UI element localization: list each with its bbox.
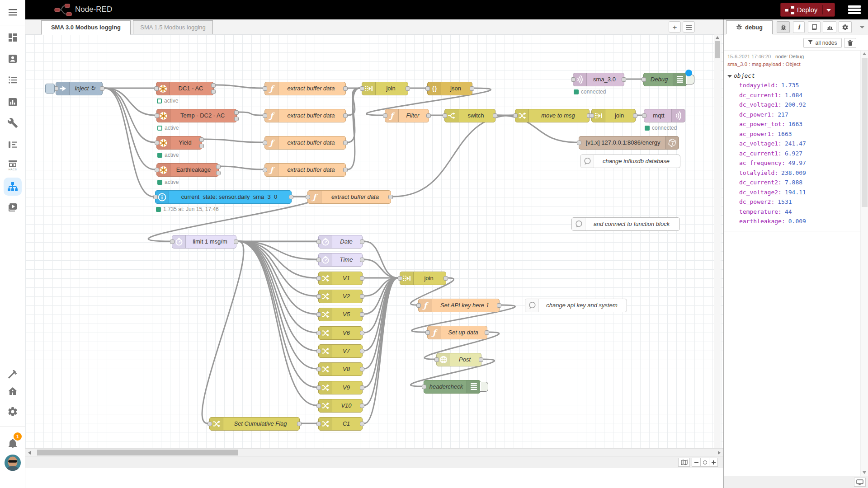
debug-scroll-down[interactable] bbox=[863, 471, 866, 474]
node-setapi[interactable]: ƒSet API key here 1 bbox=[418, 299, 500, 312]
input-port[interactable] bbox=[316, 367, 321, 371]
node-setup[interactable]: ƒSet up data bbox=[427, 326, 487, 339]
output-port[interactable] bbox=[360, 367, 364, 371]
scroll-up-arrow[interactable] bbox=[716, 36, 719, 39]
input-port[interactable] bbox=[577, 141, 581, 145]
sidebar-settings-button[interactable] bbox=[839, 21, 852, 33]
debug-filter-button[interactable]: all nodes bbox=[803, 38, 842, 48]
debug-enable-toggle[interactable] bbox=[480, 382, 488, 392]
node-sma30[interactable]: sma_3.0 bbox=[573, 73, 624, 86]
node-c1[interactable]: C1 bbox=[318, 417, 363, 431]
input-port[interactable] bbox=[316, 385, 321, 390]
input-port[interactable] bbox=[316, 349, 321, 353]
node-comment3[interactable]: change api key and system bbox=[525, 299, 627, 312]
node-comment2[interactable]: and connect to function block bbox=[571, 217, 680, 231]
zoom-in-button[interactable] bbox=[709, 458, 718, 467]
output-port[interactable] bbox=[297, 422, 302, 426]
node-ex1[interactable]: ƒextract buffer data bbox=[264, 82, 346, 95]
node-influx[interactable]: [v1.x] 127.0.0.1:8086/energy bbox=[579, 136, 679, 150]
v-scroll-thumb[interactable] bbox=[715, 41, 720, 58]
input-port[interactable] bbox=[434, 357, 439, 362]
input-port[interactable] bbox=[263, 113, 267, 118]
node-setcum[interactable]: Set Cumulative Flag bbox=[209, 417, 300, 431]
input-port[interactable] bbox=[383, 113, 387, 118]
input-port[interactable] bbox=[443, 113, 447, 118]
sidebar-item-settings[interactable] bbox=[7, 406, 18, 417]
output-port[interactable] bbox=[360, 331, 364, 335]
input-port[interactable] bbox=[263, 168, 267, 172]
node-v6[interactable]: V6 bbox=[318, 326, 363, 340]
output-port[interactable] bbox=[493, 113, 497, 118]
output-port-2[interactable] bbox=[216, 171, 221, 175]
debug-messages-button[interactable] bbox=[777, 21, 790, 33]
output-port-2[interactable] bbox=[199, 144, 204, 148]
nr-main-menu-icon[interactable] bbox=[848, 5, 861, 14]
input-port[interactable] bbox=[306, 195, 310, 199]
input-port[interactable] bbox=[398, 276, 402, 281]
node-post[interactable]: Post bbox=[436, 353, 481, 366]
input-port[interactable] bbox=[155, 113, 159, 118]
scroll-left-arrow[interactable] bbox=[28, 451, 31, 455]
output-port[interactable] bbox=[388, 195, 393, 199]
input-port[interactable] bbox=[316, 294, 321, 299]
node-filter[interactable]: ƒFilter bbox=[385, 109, 429, 122]
zoom-out-button[interactable] bbox=[692, 458, 701, 467]
node-date[interactable]: Date bbox=[318, 235, 363, 249]
input-port[interactable] bbox=[360, 86, 364, 91]
input-port[interactable] bbox=[642, 113, 646, 118]
debug-scroll-up[interactable] bbox=[863, 52, 866, 55]
node-temp[interactable]: Temp - DC2 - AC bbox=[156, 109, 237, 122]
node-earth[interactable]: Earthleakage bbox=[156, 163, 219, 177]
sidebar-item-media[interactable] bbox=[7, 202, 18, 213]
sidebar-item-logbook[interactable] bbox=[7, 139, 18, 150]
output-port[interactable] bbox=[497, 303, 501, 308]
input-port[interactable] bbox=[513, 113, 518, 118]
canvas-horizontal-scrollbar[interactable] bbox=[25, 448, 723, 456]
node-mqtt2[interactable]: mqtt bbox=[644, 109, 685, 122]
input-port[interactable] bbox=[425, 330, 430, 335]
workspace-tab-2[interactable]: SMA 1.5 Modbus logging bbox=[133, 20, 213, 34]
sidebar-item-node-red[interactable] bbox=[7, 181, 18, 192]
inject-trigger-button[interactable] bbox=[45, 84, 55, 94]
sidebar-item-todo-list[interactable] bbox=[7, 75, 18, 85]
sidebar-item-developer-tools[interactable] bbox=[7, 117, 18, 128]
dashboard-chart-button[interactable] bbox=[823, 21, 836, 33]
output-port[interactable] bbox=[360, 422, 364, 426]
output-port[interactable] bbox=[360, 312, 364, 317]
help-book-button[interactable] bbox=[808, 21, 821, 33]
output-port[interactable] bbox=[360, 258, 364, 262]
debug-message[interactable]: 15-6-2021 17:46:20node: Debug sma_3.0 : … bbox=[724, 51, 860, 231]
canvas-vertical-scrollbar[interactable] bbox=[714, 34, 721, 468]
input-port[interactable] bbox=[316, 239, 321, 244]
node-join1[interactable]: join bbox=[362, 82, 408, 95]
output-port[interactable] bbox=[360, 404, 364, 408]
node-ex2[interactable]: ƒextract buffer data bbox=[264, 109, 346, 122]
input-port[interactable] bbox=[263, 86, 267, 91]
output-port-1[interactable] bbox=[211, 83, 216, 88]
wires-layer[interactable] bbox=[25, 34, 717, 467]
input-port[interactable] bbox=[571, 77, 576, 82]
tab-debug[interactable]: debug bbox=[726, 20, 773, 34]
output-port[interactable] bbox=[622, 77, 626, 82]
node-ex5[interactable]: ƒextract buffer data bbox=[307, 190, 391, 204]
input-port[interactable] bbox=[425, 86, 430, 91]
input-port[interactable] bbox=[316, 331, 321, 335]
node-movemsg[interactable]: move to msg bbox=[515, 109, 590, 122]
node-v10[interactable]: V10 bbox=[318, 399, 363, 413]
sidebar-item-history[interactable] bbox=[7, 97, 18, 108]
input-port[interactable] bbox=[316, 258, 321, 262]
sidebar-tabs-caret[interactable] bbox=[860, 26, 864, 28]
output-port[interactable] bbox=[426, 113, 431, 118]
node-debug1[interactable]: Debug bbox=[643, 73, 687, 86]
input-port[interactable] bbox=[316, 312, 321, 317]
node-ex3[interactable]: ƒextract buffer data bbox=[264, 136, 346, 150]
node-v1[interactable]: V1 bbox=[318, 272, 363, 285]
zoom-reset-button[interactable] bbox=[700, 458, 709, 467]
deploy-button[interactable]: Deploy bbox=[780, 3, 835, 17]
sidebar-item-home-assistant[interactable] bbox=[7, 386, 18, 397]
node-v8[interactable]: V8 bbox=[318, 362, 363, 376]
output-port[interactable] bbox=[406, 86, 410, 91]
output-port[interactable] bbox=[360, 294, 364, 299]
input-port[interactable] bbox=[422, 385, 426, 389]
debug-scrollbar[interactable] bbox=[860, 51, 868, 476]
